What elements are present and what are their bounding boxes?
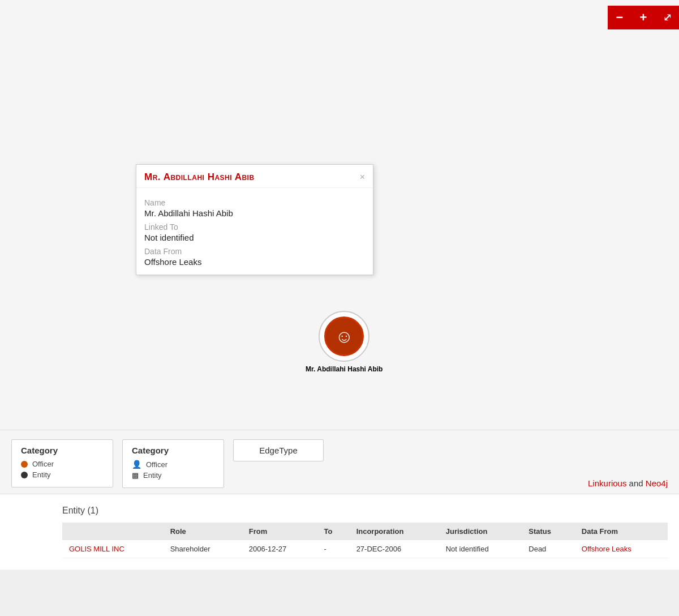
cell-name[interactable]: GOLIS MILL INC [62, 540, 164, 558]
zoom-controls: − + ⤢ [608, 6, 679, 29]
legend-card-1-title: Category [21, 446, 104, 455]
neo4j-link[interactable]: Neo4j [646, 478, 668, 488]
node-circle-inner: ☺ [324, 316, 364, 356]
col-from: From [242, 523, 317, 540]
field-label-linked-to: Linked To [144, 223, 365, 232]
cell-from: 2006-12-27 [242, 540, 317, 558]
person-icon-legend: 👤 [132, 460, 141, 469]
entity-dot-icon [21, 472, 28, 478]
entity-label-2: Entity [143, 471, 162, 480]
popup-field-linked-to: Linked To Not identified [144, 223, 365, 242]
col-name [62, 523, 164, 540]
popup-title: Mr. Abdillahi Hashi Abib [144, 172, 255, 183]
cell-data-from[interactable]: Offshore Leaks [575, 540, 668, 558]
cell-jurisdiction: Not identified [439, 540, 522, 558]
officer-dot-icon [21, 461, 28, 468]
entity-name-link[interactable]: GOLIS MILL INC [69, 545, 124, 553]
cell-role: Shareholder [164, 540, 242, 558]
col-status: Status [522, 523, 575, 540]
legend-item-entity-1: Entity [21, 470, 104, 479]
entity-label-1: Entity [32, 470, 51, 479]
node-label: Mr. Abdillahi Hashi Abib [306, 365, 383, 373]
graph-area: − + ⤢ Mr. Abdillahi Hashi Abib × Name Mr… [0, 0, 679, 430]
entity-table: Role From To Incorporation Jurisdiction … [62, 523, 668, 558]
expand-button[interactable]: ⤢ [655, 6, 679, 29]
col-incorporation: Incorporation [350, 523, 439, 540]
cell-incorporation: 27-DEC-2006 [350, 540, 439, 558]
header-row: Role From To Incorporation Jurisdiction … [62, 523, 668, 540]
legend-card-1: Category Officer Entity [11, 439, 113, 487]
legend-item-entity-2: ▩ Entity [132, 471, 214, 480]
col-to: To [317, 523, 350, 540]
zoom-in-button[interactable]: + [631, 6, 655, 29]
linkurious-link[interactable]: Linkurious [588, 478, 626, 488]
field-value-name: Mr. Abdillahi Hashi Abib [144, 208, 365, 218]
col-data-from: Data From [575, 523, 668, 540]
cell-status: Dead [522, 540, 575, 558]
legend-card-2: Category 👤 Officer ▩ Entity [122, 439, 224, 488]
col-jurisdiction: Jurisdiction [439, 523, 522, 540]
table-row: GOLIS MILL INC Shareholder 2006-12-27 - … [62, 540, 668, 558]
col-role: Role [164, 523, 242, 540]
popup-close-button[interactable]: × [360, 173, 365, 182]
graph-node[interactable]: ☺ Mr. Abdillahi Hashi Abib [306, 311, 383, 373]
legend-area: Category Officer Entity Category 👤 Offic… [0, 430, 679, 494]
branding: Linkurious and Neo4j [588, 478, 668, 488]
branding-and: and [629, 478, 646, 488]
field-label-data-from: Data From [144, 247, 365, 256]
legend-item-officer-1: Officer [21, 460, 104, 468]
popup-card: Mr. Abdillahi Hashi Abib × Name Mr. Abdi… [136, 164, 373, 275]
field-label-name: Name [144, 198, 365, 207]
data-from-link[interactable]: Offshore Leaks [582, 545, 631, 553]
edge-type-card: EdgeType [233, 439, 324, 461]
table-area: Entity (1) Role From To Incorporation Ju… [0, 494, 679, 570]
legend-card-2-title: Category [132, 446, 214, 455]
entity-icon-legend: ▩ [132, 471, 139, 480]
person-icon: ☺ [335, 326, 354, 347]
cell-to: - [317, 540, 350, 558]
zoom-out-button[interactable]: − [608, 6, 631, 29]
field-value-linked-to: Not identified [144, 233, 365, 242]
popup-header: Mr. Abdillahi Hashi Abib × [136, 165, 373, 188]
officer-label-1: Officer [32, 460, 54, 468]
edge-type-label: EdgeType [259, 446, 298, 455]
table-header: Role From To Incorporation Jurisdiction … [62, 523, 668, 540]
popup-field-data-from: Data From Offshore Leaks [144, 247, 365, 267]
officer-label-2: Officer [146, 460, 167, 469]
popup-body[interactable]: Name Mr. Abdillahi Hashi Abib Linked To … [136, 188, 373, 275]
section-title: Entity (1) [62, 506, 668, 516]
popup-field-name-label: Name Mr. Abdillahi Hashi Abib [144, 198, 365, 218]
legend-item-officer-2: 👤 Officer [132, 460, 214, 469]
table-body: GOLIS MILL INC Shareholder 2006-12-27 - … [62, 540, 668, 558]
field-value-data-from: Offshore Leaks [144, 257, 365, 267]
node-circle-outer: ☺ [319, 311, 369, 362]
